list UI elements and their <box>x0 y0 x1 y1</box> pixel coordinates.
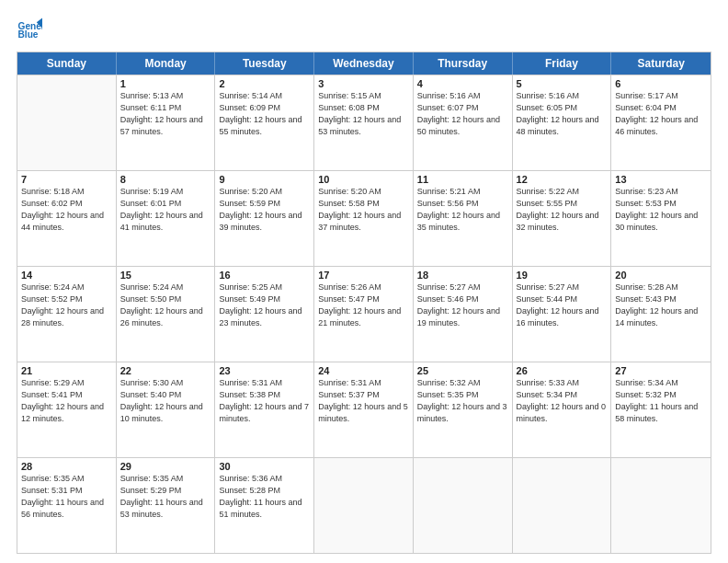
day-number: 13 <box>615 174 707 185</box>
calendar-cell <box>513 458 612 553</box>
day-number: 26 <box>517 365 608 376</box>
header-day-sunday: Sunday <box>17 52 117 75</box>
calendar: SundayMondayTuesdayWednesdayThursdayFrid… <box>17 52 711 554</box>
sun-info: Sunrise: 5:31 AMSunset: 5:38 PMDaylight:… <box>219 377 310 425</box>
calendar-cell: 19Sunrise: 5:27 AMSunset: 5:44 PMDayligh… <box>513 267 612 362</box>
sun-info: Sunrise: 5:35 AMSunset: 5:29 PMDaylight:… <box>120 473 211 521</box>
calendar-cell <box>414 458 513 553</box>
calendar-body: 1Sunrise: 5:13 AMSunset: 6:11 PMDaylight… <box>17 75 711 553</box>
day-number: 11 <box>417 174 508 185</box>
day-number: 5 <box>517 78 608 89</box>
calendar-cell <box>611 458 711 553</box>
calendar-cell: 22Sunrise: 5:30 AMSunset: 5:40 PMDayligh… <box>117 362 216 457</box>
calendar-row-4: 28Sunrise: 5:35 AMSunset: 5:31 PMDayligh… <box>17 457 711 553</box>
day-number: 8 <box>120 174 211 185</box>
calendar-cell: 25Sunrise: 5:32 AMSunset: 5:35 PMDayligh… <box>414 362 513 457</box>
calendar-row-2: 14Sunrise: 5:24 AMSunset: 5:52 PMDayligh… <box>17 266 711 362</box>
day-number: 16 <box>219 270 310 281</box>
calendar-cell: 12Sunrise: 5:22 AMSunset: 5:55 PMDayligh… <box>513 171 612 266</box>
sun-info: Sunrise: 5:21 AMSunset: 5:56 PMDaylight:… <box>417 186 508 234</box>
day-number: 7 <box>21 174 112 185</box>
day-number: 30 <box>219 461 310 472</box>
sun-info: Sunrise: 5:13 AMSunset: 6:11 PMDaylight:… <box>120 90 211 138</box>
header-day-saturday: Saturday <box>611 52 711 75</box>
day-number: 18 <box>417 270 508 281</box>
day-number: 2 <box>219 78 310 89</box>
day-number: 12 <box>517 174 608 185</box>
sun-info: Sunrise: 5:27 AMSunset: 5:44 PMDaylight:… <box>517 282 608 329</box>
calendar-cell: 28Sunrise: 5:35 AMSunset: 5:31 PMDayligh… <box>17 458 117 553</box>
sun-info: Sunrise: 5:32 AMSunset: 5:35 PMDaylight:… <box>417 377 508 425</box>
sun-info: Sunrise: 5:19 AMSunset: 6:01 PMDaylight:… <box>120 186 211 234</box>
calendar-cell: 26Sunrise: 5:33 AMSunset: 5:34 PMDayligh… <box>513 362 612 457</box>
sun-info: Sunrise: 5:26 AMSunset: 5:47 PMDaylight:… <box>318 282 409 329</box>
sun-info: Sunrise: 5:24 AMSunset: 5:50 PMDaylight:… <box>120 282 211 329</box>
sun-info: Sunrise: 5:16 AMSunset: 6:07 PMDaylight:… <box>417 90 508 138</box>
sun-info: Sunrise: 5:24 AMSunset: 5:52 PMDaylight:… <box>21 282 112 329</box>
sun-info: Sunrise: 5:30 AMSunset: 5:40 PMDaylight:… <box>120 377 211 425</box>
header-day-monday: Monday <box>117 52 216 75</box>
calendar-cell: 4Sunrise: 5:16 AMSunset: 6:07 PMDaylight… <box>414 75 513 170</box>
calendar-cell: 18Sunrise: 5:27 AMSunset: 5:46 PMDayligh… <box>414 267 513 362</box>
calendar-cell: 29Sunrise: 5:35 AMSunset: 5:29 PMDayligh… <box>117 458 216 553</box>
sun-info: Sunrise: 5:18 AMSunset: 6:02 PMDaylight:… <box>21 186 112 234</box>
sun-info: Sunrise: 5:17 AMSunset: 6:04 PMDaylight:… <box>615 90 707 138</box>
sun-info: Sunrise: 5:27 AMSunset: 5:46 PMDaylight:… <box>417 282 508 329</box>
day-number: 4 <box>417 78 508 89</box>
sun-info: Sunrise: 5:28 AMSunset: 5:43 PMDaylight:… <box>615 282 707 329</box>
day-number: 6 <box>615 78 707 89</box>
calendar-row-1: 7Sunrise: 5:18 AMSunset: 6:02 PMDaylight… <box>17 170 711 266</box>
calendar-cell: 8Sunrise: 5:19 AMSunset: 6:01 PMDaylight… <box>117 171 216 266</box>
calendar-row-3: 21Sunrise: 5:29 AMSunset: 5:41 PMDayligh… <box>17 362 711 457</box>
header-day-wednesday: Wednesday <box>314 52 414 75</box>
calendar-cell: 5Sunrise: 5:16 AMSunset: 6:05 PMDaylight… <box>513 75 612 170</box>
calendar-cell: 21Sunrise: 5:29 AMSunset: 5:41 PMDayligh… <box>17 362 117 457</box>
calendar-cell: 16Sunrise: 5:25 AMSunset: 5:49 PMDayligh… <box>215 267 314 362</box>
sun-info: Sunrise: 5:31 AMSunset: 5:37 PMDaylight:… <box>318 377 409 425</box>
calendar-cell: 1Sunrise: 5:13 AMSunset: 6:11 PMDaylight… <box>117 75 216 170</box>
calendar-cell: 13Sunrise: 5:23 AMSunset: 5:53 PMDayligh… <box>611 171 711 266</box>
header: General Blue <box>17 17 711 42</box>
day-number: 27 <box>615 365 707 376</box>
sun-info: Sunrise: 5:33 AMSunset: 5:34 PMDaylight:… <box>517 377 608 425</box>
calendar-cell: 11Sunrise: 5:21 AMSunset: 5:56 PMDayligh… <box>414 171 513 266</box>
day-number: 24 <box>318 365 409 376</box>
day-number: 9 <box>219 174 310 185</box>
header-day-tuesday: Tuesday <box>215 52 314 75</box>
day-number: 29 <box>120 461 211 472</box>
calendar-cell: 7Sunrise: 5:18 AMSunset: 6:02 PMDaylight… <box>17 171 117 266</box>
day-number: 14 <box>21 270 112 281</box>
calendar-cell: 3Sunrise: 5:15 AMSunset: 6:08 PMDaylight… <box>314 75 414 170</box>
day-number: 15 <box>120 270 211 281</box>
calendar-cell <box>17 75 117 170</box>
calendar-cell: 10Sunrise: 5:20 AMSunset: 5:58 PMDayligh… <box>314 171 414 266</box>
day-number: 25 <box>417 365 508 376</box>
day-number: 10 <box>318 174 409 185</box>
page: General Blue SundayMondayTuesdayWednesda… <box>0 0 728 563</box>
sun-info: Sunrise: 5:25 AMSunset: 5:49 PMDaylight:… <box>219 282 310 329</box>
day-number: 23 <box>219 365 310 376</box>
day-number: 28 <box>21 461 112 472</box>
logo-icon: General Blue <box>17 17 42 42</box>
sun-info: Sunrise: 5:23 AMSunset: 5:53 PMDaylight:… <box>615 186 707 234</box>
calendar-cell: 23Sunrise: 5:31 AMSunset: 5:38 PMDayligh… <box>215 362 314 457</box>
calendar-cell: 14Sunrise: 5:24 AMSunset: 5:52 PMDayligh… <box>17 267 117 362</box>
calendar-cell: 15Sunrise: 5:24 AMSunset: 5:50 PMDayligh… <box>117 267 216 362</box>
sun-info: Sunrise: 5:29 AMSunset: 5:41 PMDaylight:… <box>21 377 112 425</box>
day-number: 20 <box>615 270 707 281</box>
sun-info: Sunrise: 5:35 AMSunset: 5:31 PMDaylight:… <box>21 473 112 521</box>
calendar-cell: 30Sunrise: 5:36 AMSunset: 5:28 PMDayligh… <box>215 458 314 553</box>
day-number: 1 <box>120 78 211 89</box>
calendar-header: SundayMondayTuesdayWednesdayThursdayFrid… <box>17 52 711 75</box>
calendar-cell: 24Sunrise: 5:31 AMSunset: 5:37 PMDayligh… <box>314 362 414 457</box>
sun-info: Sunrise: 5:20 AMSunset: 5:58 PMDaylight:… <box>318 186 409 234</box>
calendar-cell: 20Sunrise: 5:28 AMSunset: 5:43 PMDayligh… <box>611 267 711 362</box>
sun-info: Sunrise: 5:16 AMSunset: 6:05 PMDaylight:… <box>517 90 608 138</box>
day-number: 17 <box>318 270 409 281</box>
calendar-cell: 2Sunrise: 5:14 AMSunset: 6:09 PMDaylight… <box>215 75 314 170</box>
header-day-thursday: Thursday <box>414 52 513 75</box>
header-day-friday: Friday <box>513 52 612 75</box>
calendar-cell: 27Sunrise: 5:34 AMSunset: 5:32 PMDayligh… <box>611 362 711 457</box>
sun-info: Sunrise: 5:15 AMSunset: 6:08 PMDaylight:… <box>318 90 409 138</box>
day-number: 3 <box>318 78 409 89</box>
